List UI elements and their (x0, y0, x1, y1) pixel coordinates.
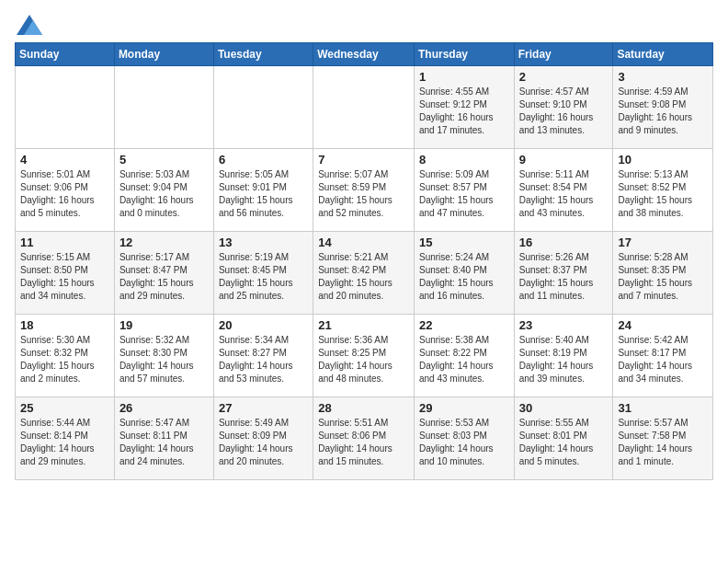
day-info: Sunrise: 5:15 AM Sunset: 8:50 PM Dayligh… (20, 251, 109, 303)
calendar-cell: 17Sunrise: 5:28 AM Sunset: 8:35 PM Dayli… (613, 232, 713, 315)
logo (15, 15, 42, 35)
calendar-cell: 18Sunrise: 5:30 AM Sunset: 8:32 PM Dayli… (16, 315, 115, 397)
day-header-monday: Monday (114, 43, 213, 66)
calendar-cell: 20Sunrise: 5:34 AM Sunset: 8:27 PM Dayli… (213, 315, 313, 397)
day-info: Sunrise: 5:17 AM Sunset: 8:47 PM Dayligh… (119, 251, 209, 303)
day-info: Sunrise: 5:07 AM Sunset: 8:59 PM Dayligh… (318, 168, 409, 220)
day-number: 7 (318, 153, 409, 167)
day-info: Sunrise: 5:30 AM Sunset: 8:32 PM Dayligh… (20, 334, 109, 385)
day-info: Sunrise: 4:57 AM Sunset: 9:10 PM Dayligh… (519, 86, 609, 137)
calendar-cell (213, 66, 313, 149)
calendar-cell: 21Sunrise: 5:36 AM Sunset: 8:25 PM Dayli… (313, 315, 415, 397)
day-number: 28 (318, 401, 409, 415)
day-info: Sunrise: 5:51 AM Sunset: 8:06 PM Dayligh… (318, 417, 409, 468)
calendar-cell: 12Sunrise: 5:17 AM Sunset: 8:47 PM Dayli… (114, 232, 213, 315)
calendar-cell: 13Sunrise: 5:19 AM Sunset: 8:45 PM Dayli… (213, 232, 313, 315)
day-number: 24 (618, 318, 708, 332)
calendar-cell: 6Sunrise: 5:05 AM Sunset: 9:01 PM Daylig… (213, 149, 313, 232)
day-info: Sunrise: 5:36 AM Sunset: 8:25 PM Dayligh… (318, 334, 409, 385)
calendar-cell: 31Sunrise: 5:57 AM Sunset: 7:58 PM Dayli… (613, 397, 713, 480)
day-number: 25 (20, 401, 109, 415)
day-info: Sunrise: 5:13 AM Sunset: 8:52 PM Dayligh… (618, 168, 708, 220)
calendar-cell: 9Sunrise: 5:11 AM Sunset: 8:54 PM Daylig… (514, 149, 613, 232)
day-number: 29 (419, 401, 509, 415)
day-number: 17 (618, 236, 708, 249)
calendar-cell: 3Sunrise: 4:59 AM Sunset: 9:08 PM Daylig… (613, 66, 713, 149)
calendar-cell: 4Sunrise: 5:01 AM Sunset: 9:06 PM Daylig… (16, 149, 115, 232)
logo-icon (17, 15, 42, 35)
day-info: Sunrise: 5:42 AM Sunset: 8:17 PM Dayligh… (618, 334, 708, 385)
calendar-cell: 24Sunrise: 5:42 AM Sunset: 8:17 PM Dayli… (613, 315, 713, 397)
day-info: Sunrise: 5:47 AM Sunset: 8:11 PM Dayligh… (119, 417, 209, 468)
day-number: 20 (219, 318, 308, 332)
calendar-cell (313, 66, 415, 149)
day-number: 23 (519, 318, 609, 332)
day-info: Sunrise: 5:38 AM Sunset: 8:22 PM Dayligh… (419, 334, 509, 385)
day-number: 19 (119, 318, 209, 332)
day-number: 4 (20, 153, 109, 167)
calendar-cell: 19Sunrise: 5:32 AM Sunset: 8:30 PM Dayli… (114, 315, 213, 397)
day-info: Sunrise: 5:03 AM Sunset: 9:04 PM Dayligh… (119, 168, 209, 220)
day-header-wednesday: Wednesday (313, 43, 415, 66)
page-header (15, 15, 713, 35)
day-info: Sunrise: 5:44 AM Sunset: 8:14 PM Dayligh… (20, 417, 109, 468)
day-number: 16 (519, 236, 609, 249)
calendar-cell: 8Sunrise: 5:09 AM Sunset: 8:57 PM Daylig… (414, 149, 514, 232)
calendar-cell: 14Sunrise: 5:21 AM Sunset: 8:42 PM Dayli… (313, 232, 415, 315)
day-info: Sunrise: 5:28 AM Sunset: 8:35 PM Dayligh… (618, 251, 708, 303)
day-header-sunday: Sunday (16, 43, 115, 66)
calendar-cell: 29Sunrise: 5:53 AM Sunset: 8:03 PM Dayli… (414, 397, 514, 480)
day-info: Sunrise: 5:32 AM Sunset: 8:30 PM Dayligh… (119, 334, 209, 385)
calendar-table: SundayMondayTuesdayWednesdayThursdayFrid… (15, 42, 713, 480)
day-info: Sunrise: 5:05 AM Sunset: 9:01 PM Dayligh… (219, 168, 308, 220)
day-info: Sunrise: 5:34 AM Sunset: 8:27 PM Dayligh… (219, 334, 308, 385)
calendar-cell: 2Sunrise: 4:57 AM Sunset: 9:10 PM Daylig… (514, 66, 613, 149)
day-number: 22 (419, 318, 509, 332)
day-info: Sunrise: 5:19 AM Sunset: 8:45 PM Dayligh… (219, 251, 308, 303)
day-info: Sunrise: 5:24 AM Sunset: 8:40 PM Dayligh… (419, 251, 509, 303)
calendar-cell (16, 66, 115, 149)
day-number: 15 (419, 236, 509, 249)
day-number: 8 (419, 153, 509, 167)
day-number: 26 (119, 401, 209, 415)
day-header-saturday: Saturday (613, 43, 713, 66)
day-number: 14 (318, 236, 409, 249)
day-header-tuesday: Tuesday (213, 43, 313, 66)
day-info: Sunrise: 5:26 AM Sunset: 8:37 PM Dayligh… (519, 251, 609, 303)
day-number: 31 (618, 401, 708, 415)
day-info: Sunrise: 4:59 AM Sunset: 9:08 PM Dayligh… (618, 86, 708, 137)
day-number: 5 (119, 153, 209, 167)
calendar-cell: 1Sunrise: 4:55 AM Sunset: 9:12 PM Daylig… (414, 66, 514, 149)
calendar-cell: 15Sunrise: 5:24 AM Sunset: 8:40 PM Dayli… (414, 232, 514, 315)
calendar-cell: 7Sunrise: 5:07 AM Sunset: 8:59 PM Daylig… (313, 149, 415, 232)
calendar-cell: 23Sunrise: 5:40 AM Sunset: 8:19 PM Dayli… (514, 315, 613, 397)
day-header-friday: Friday (514, 43, 613, 66)
day-number: 18 (20, 318, 109, 332)
day-info: Sunrise: 5:53 AM Sunset: 8:03 PM Dayligh… (419, 417, 509, 468)
day-info: Sunrise: 5:01 AM Sunset: 9:06 PM Dayligh… (20, 168, 109, 220)
day-info: Sunrise: 5:57 AM Sunset: 7:58 PM Dayligh… (618, 417, 708, 468)
calendar-cell: 10Sunrise: 5:13 AM Sunset: 8:52 PM Dayli… (613, 149, 713, 232)
day-number: 10 (618, 153, 708, 167)
day-number: 9 (519, 153, 609, 167)
day-number: 21 (318, 318, 409, 332)
day-number: 12 (119, 236, 209, 249)
calendar-cell: 11Sunrise: 5:15 AM Sunset: 8:50 PM Dayli… (16, 232, 115, 315)
day-info: Sunrise: 5:55 AM Sunset: 8:01 PM Dayligh… (519, 417, 609, 468)
day-number: 1 (419, 70, 509, 84)
calendar-cell: 16Sunrise: 5:26 AM Sunset: 8:37 PM Dayli… (514, 232, 613, 315)
calendar-cell: 25Sunrise: 5:44 AM Sunset: 8:14 PM Dayli… (16, 397, 115, 480)
calendar-cell (114, 66, 213, 149)
day-number: 30 (519, 401, 609, 415)
calendar-cell: 30Sunrise: 5:55 AM Sunset: 8:01 PM Dayli… (514, 397, 613, 480)
day-header-thursday: Thursday (414, 43, 514, 66)
day-info: Sunrise: 5:21 AM Sunset: 8:42 PM Dayligh… (318, 251, 409, 303)
day-number: 3 (618, 70, 708, 84)
calendar-cell: 22Sunrise: 5:38 AM Sunset: 8:22 PM Dayli… (414, 315, 514, 397)
day-number: 6 (219, 153, 308, 167)
day-info: Sunrise: 5:09 AM Sunset: 8:57 PM Dayligh… (419, 168, 509, 220)
day-number: 27 (219, 401, 308, 415)
calendar-cell: 5Sunrise: 5:03 AM Sunset: 9:04 PM Daylig… (114, 149, 213, 232)
day-info: Sunrise: 5:11 AM Sunset: 8:54 PM Dayligh… (519, 168, 609, 220)
day-number: 11 (20, 236, 109, 249)
